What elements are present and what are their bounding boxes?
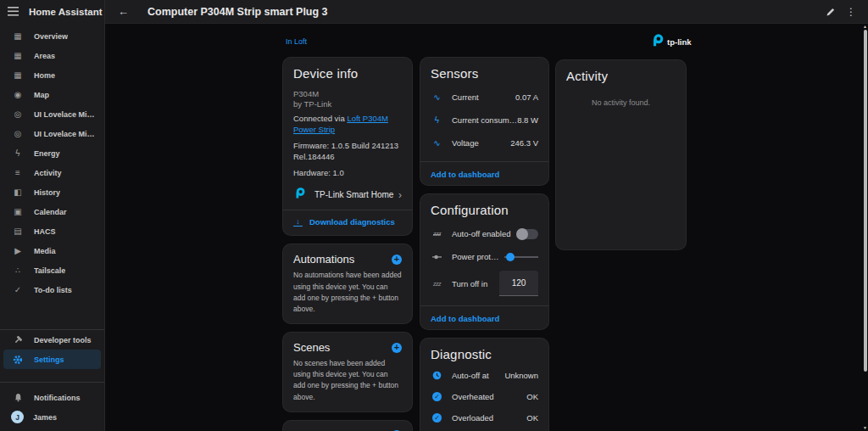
sleep-off-icon: zzz bbox=[431, 231, 443, 237]
sidebar-item-icon: ≡ bbox=[12, 169, 24, 177]
sidebar-item-label: Activity bbox=[34, 169, 62, 177]
power-protect-slider[interactable] bbox=[504, 251, 538, 263]
sidebar-item[interactable]: ◎ UI Lovelace Minimalist bbox=[3, 124, 101, 143]
scenes-empty-text: No scenes have been added using this dev… bbox=[293, 358, 402, 403]
sidebar-item[interactable]: ◉ Map bbox=[3, 85, 101, 104]
connected-via-line: Connected via Loft P304M Power Strip bbox=[293, 114, 402, 136]
sidebar-item-label: Notifications bbox=[34, 394, 81, 402]
toggle-knob bbox=[516, 228, 528, 240]
sidebar-item-label: Overview bbox=[34, 32, 68, 41]
scripts-card: Scripts + No scripts have been added usi… bbox=[282, 420, 413, 431]
device-model: P304M bbox=[293, 88, 402, 99]
app-title: Home Assistant bbox=[29, 7, 103, 17]
area-link[interactable]: In Loft bbox=[286, 37, 307, 46]
sidebar-item[interactable]: ≡ Activity bbox=[3, 163, 101, 182]
sensor-row[interactable]: ϟ Current consumption 8.8 W bbox=[431, 109, 538, 132]
sidebar-item[interactable]: ▤ HACS bbox=[3, 221, 101, 241]
diagnostic-value: OK bbox=[526, 392, 538, 401]
back-icon[interactable]: ← bbox=[118, 5, 129, 18]
sidebar-item-icon: ✓ bbox=[12, 286, 24, 294]
sidebar-item-icon: ▶ bbox=[12, 247, 24, 255]
edit-button[interactable] bbox=[821, 7, 841, 17]
bell-icon bbox=[12, 393, 24, 402]
sensor-row[interactable]: ∿ Current 0.07 A bbox=[431, 86, 538, 109]
slider-knob[interactable] bbox=[506, 253, 515, 261]
scroll-up-icon[interactable]: ▲ bbox=[863, 25, 867, 29]
sidebar-item-profile[interactable]: J James bbox=[3, 407, 101, 427]
sidebar-item-icon: ▣ bbox=[12, 208, 24, 216]
sleep-icon: zzz bbox=[431, 281, 443, 287]
sidebar-item-label: Home bbox=[34, 71, 55, 80]
auto-off-row: zzz Auto-off enabled bbox=[431, 222, 538, 245]
automations-card: Automations + No automations have been a… bbox=[282, 243, 413, 324]
menu-toggle-icon[interactable] bbox=[8, 6, 21, 19]
diagnostic-row[interactable]: Auto-off at Unknown bbox=[431, 365, 538, 386]
sensor-label: Current consumption bbox=[452, 115, 517, 125]
sidebar-item[interactable]: ✓ To-do lists bbox=[3, 280, 101, 299]
scenes-title: Scenes bbox=[293, 341, 330, 354]
configuration-add-to-dashboard-link[interactable]: Add to dashboard bbox=[431, 306, 538, 326]
sensor-value: 8.8 W bbox=[517, 115, 538, 125]
sidebar-nav: ▦ Overview ▦ Areas ▦ Home ◉ Map ◎ UI Lov… bbox=[0, 26, 104, 299]
scenes-card: Scenes + No scenes have been added using… bbox=[282, 332, 413, 412]
download-diagnostics-button[interactable]: ↓ Download diagnostics bbox=[293, 210, 402, 227]
sidebar-item-icon: ∴ bbox=[12, 266, 24, 275]
slider-icon bbox=[431, 254, 443, 260]
activity-empty-text: No activity found. bbox=[566, 98, 676, 107]
sidebar-item-settings[interactable]: Settings bbox=[3, 350, 101, 369]
download-icon: ↓ bbox=[293, 218, 303, 227]
sidebar-item-label: Settings bbox=[34, 355, 64, 364]
column-middle: Sensors ∿ Current 0.07 A ϟ Current consu… bbox=[420, 57, 549, 431]
sensor-value: 0.07 A bbox=[515, 92, 538, 102]
device-info-card: Device info P304M by TP-Link Connected v… bbox=[282, 57, 413, 236]
diagnostic-label: Auto-off at bbox=[452, 371, 504, 380]
sidebar-item[interactable]: ▦ Areas bbox=[3, 46, 101, 65]
power-protect-row: Power protect… bbox=[431, 245, 538, 268]
sidebar-item-notifications[interactable]: Notifications bbox=[3, 388, 101, 407]
topbar: ← Computer P304M Strip smart Plug 3 ⋮ bbox=[105, 0, 868, 24]
turn-off-input[interactable] bbox=[499, 271, 538, 296]
avatar: J bbox=[11, 411, 24, 423]
diagnostic-value: OK bbox=[526, 413, 538, 423]
sidebar-item-label: Tailscale bbox=[34, 266, 65, 275]
clock-icon bbox=[431, 371, 443, 380]
sidebar-item[interactable]: ∴ Tailscale bbox=[3, 260, 101, 280]
device-manufacturer: by TP-Link bbox=[293, 99, 402, 109]
sidebar-item-label: UI Lovelace Minimalist bbox=[34, 110, 96, 119]
sensor-icon: ∿ bbox=[431, 139, 443, 148]
sensors-add-to-dashboard-link[interactable]: Add to dashboard bbox=[431, 162, 538, 182]
scroll-down-icon[interactable]: ▼ bbox=[863, 426, 867, 430]
sidebar-item[interactable]: ϟ Energy bbox=[3, 143, 101, 163]
diagnostic-row[interactable]: ✓ Overheated OK bbox=[431, 386, 538, 407]
configuration-card: Configuration zzz Auto-off enabled Power… bbox=[420, 193, 549, 330]
sensors-rows: ∿ Current 0.07 A ϟ Current consumption 8… bbox=[431, 86, 538, 154]
sensors-card: Sensors ∿ Current 0.07 A ϟ Current consu… bbox=[420, 57, 549, 186]
sidebar: Home Assistant ▦ Overview ▦ Areas ▦ Home… bbox=[0, 0, 105, 431]
sidebar-item[interactable]: ▦ Overview bbox=[3, 26, 101, 46]
sidebar-item[interactable]: ▦ Home bbox=[3, 65, 101, 85]
scrollbar-thumb[interactable] bbox=[864, 30, 867, 372]
hammer-icon bbox=[12, 335, 24, 344]
add-scene-button[interactable]: + bbox=[392, 343, 402, 353]
main-content: In Loft tp-link Device info P304M by TP-… bbox=[105, 24, 868, 431]
configuration-title: Configuration bbox=[431, 203, 538, 217]
more-menu-icon[interactable]: ⋮ bbox=[841, 6, 861, 18]
sidebar-item-label: Map bbox=[34, 91, 49, 99]
diagnostic-row[interactable]: ✓ Overloaded OK bbox=[431, 407, 538, 428]
sidebar-item[interactable]: ◧ History bbox=[3, 182, 101, 202]
sidebar-item-icon: ◉ bbox=[12, 91, 24, 99]
integration-row[interactable]: TP-Link Smart Home › bbox=[293, 187, 402, 203]
sidebar-item[interactable]: ▶ Media bbox=[3, 241, 101, 260]
sidebar-item[interactable]: ▣ Calendar bbox=[3, 202, 101, 221]
turn-off-label: Turn off in bbox=[452, 279, 499, 288]
diagnostic-card: Diagnostic Auto-off at Unknown ✓ Overhea… bbox=[420, 338, 549, 431]
sensor-row[interactable]: ∿ Voltage 246.3 V bbox=[431, 132, 538, 154]
add-automation-button[interactable]: + bbox=[392, 255, 402, 265]
sidebar-item-icon: ▦ bbox=[12, 71, 24, 80]
scrollbar[interactable]: ▲ ▼ bbox=[862, 24, 868, 431]
device-info-title: Device info bbox=[293, 66, 402, 81]
check-circle-icon: ✓ bbox=[431, 392, 443, 401]
sidebar-item[interactable]: ◎ UI Lovelace Minimalist bbox=[3, 104, 101, 124]
auto-off-toggle[interactable] bbox=[516, 229, 538, 239]
sidebar-item-developer-tools[interactable]: Developer tools bbox=[3, 330, 101, 350]
